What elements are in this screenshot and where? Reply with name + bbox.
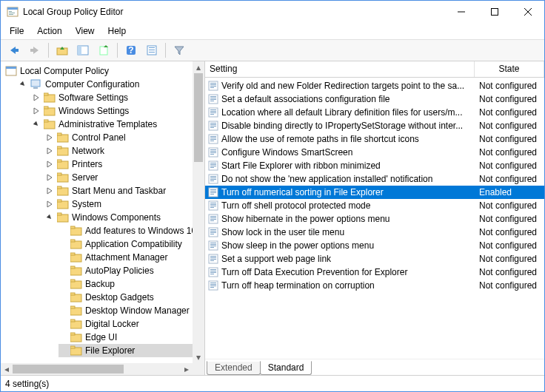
setting-row[interactable]: Turn off numerical sorting in File Explo… bbox=[205, 186, 544, 199]
menu-help[interactable]: Help bbox=[102, 24, 133, 38]
minimize-button[interactable] bbox=[444, 1, 478, 23]
menu-action[interactable]: Action bbox=[31, 24, 67, 38]
tree-item[interactable]: Attachment Manager bbox=[58, 251, 193, 264]
tree-vertical-scrollbar[interactable]: ▴ ▾ bbox=[193, 61, 204, 363]
setting-row[interactable]: Do not show the 'new application install… bbox=[205, 172, 544, 186]
svg-rect-154 bbox=[210, 272, 216, 273]
show-hide-tree-button[interactable] bbox=[74, 42, 92, 58]
tree-root[interactable]: Local Computer Policy bbox=[5, 64, 193, 78]
maximize-button[interactable] bbox=[478, 1, 511, 23]
svg-rect-93 bbox=[210, 111, 216, 112]
tab-extended[interactable]: Extended bbox=[207, 361, 261, 375]
setting-row[interactable]: Verify old and new Folder Redirection ta… bbox=[205, 79, 544, 92]
expand-icon[interactable] bbox=[45, 173, 54, 182]
svg-rect-87 bbox=[210, 96, 216, 97]
filter-button[interactable] bbox=[170, 42, 188, 58]
up-folder-button[interactable] bbox=[53, 42, 71, 58]
tree-item[interactable]: Printers bbox=[45, 158, 193, 171]
tree-item[interactable]: Desktop Gadgets bbox=[58, 291, 193, 304]
tree-item[interactable]: Network bbox=[45, 144, 193, 158]
scroll-up-button[interactable]: ▴ bbox=[193, 61, 204, 73]
tree-item[interactable]: Add features to Windows 10 bbox=[58, 224, 193, 237]
scroll-right-button[interactable]: ▸ bbox=[181, 363, 193, 375]
tree-item[interactable]: Application Compatibility bbox=[58, 237, 193, 251]
expand-icon[interactable] bbox=[45, 160, 54, 169]
tree-software-settings[interactable]: Software Settings bbox=[32, 91, 193, 104]
settings-list[interactable]: Verify old and new Folder Redirection ta… bbox=[205, 78, 544, 359]
tree-item[interactable]: Digital Locker bbox=[58, 317, 193, 331]
collapse-icon[interactable] bbox=[45, 213, 54, 222]
tree-item[interactable]: AutoPlay Policies bbox=[58, 264, 193, 277]
tree-item[interactable]: File Explorer bbox=[58, 344, 193, 357]
svg-rect-158 bbox=[210, 284, 216, 285]
tab-standard[interactable]: Standard bbox=[260, 361, 312, 375]
back-button[interactable] bbox=[5, 42, 23, 58]
tree-item[interactable]: Desktop Window Manager bbox=[58, 304, 193, 317]
setting-row[interactable]: Turn off heap termination on corruptionN… bbox=[205, 279, 544, 292]
expand-icon[interactable] bbox=[45, 146, 54, 155]
expand-spacer bbox=[58, 346, 67, 355]
close-button[interactable] bbox=[511, 1, 544, 23]
menu-view[interactable]: View bbox=[70, 24, 101, 38]
forward-button[interactable] bbox=[26, 42, 44, 58]
svg-marker-46 bbox=[47, 161, 52, 167]
scroll-left-button[interactable]: ◂ bbox=[1, 363, 13, 375]
tree-item[interactable]: Server bbox=[45, 171, 193, 184]
setting-row[interactable]: Set a default associations configuration… bbox=[205, 92, 544, 106]
svg-rect-140 bbox=[210, 234, 214, 234]
tree-item[interactable]: Control Panel bbox=[45, 131, 193, 144]
properties-button[interactable] bbox=[143, 42, 161, 58]
setting-row[interactable]: Configure Windows SmartScreenNot configu… bbox=[205, 146, 544, 159]
setting-row[interactable]: Show sleep in the power options menuNot … bbox=[205, 239, 544, 252]
setting-row[interactable]: Turn off shell protocol protected modeNo… bbox=[205, 199, 544, 212]
svg-rect-16 bbox=[78, 46, 81, 55]
scroll-thumb[interactable] bbox=[13, 365, 124, 374]
tree-item[interactable]: Windows Components bbox=[45, 211, 193, 224]
expand-spacer bbox=[58, 226, 67, 235]
setting-state: Not configured bbox=[475, 160, 544, 171]
expand-icon[interactable] bbox=[45, 200, 54, 209]
tree-label: Backup bbox=[85, 279, 115, 289]
scroll-thumb[interactable] bbox=[194, 73, 203, 162]
policy-tree[interactable]: Local Computer Policy Computer Configura… bbox=[5, 64, 193, 357]
separator bbox=[165, 43, 166, 58]
setting-row[interactable]: Location where all default Library defin… bbox=[205, 106, 544, 119]
policy-icon bbox=[208, 107, 218, 118]
svg-rect-128 bbox=[210, 204, 216, 205]
setting-row[interactable]: Show lock in the user tile menuNot confi… bbox=[205, 226, 544, 239]
tree-windows-settings[interactable]: Windows Settings bbox=[32, 104, 193, 118]
tree-item[interactable]: Backup bbox=[58, 277, 193, 291]
tree-item[interactable]: System bbox=[45, 197, 193, 211]
tree-item[interactable]: Start Menu and Taskbar bbox=[45, 184, 193, 197]
expand-icon[interactable] bbox=[45, 133, 54, 142]
setting-row[interactable]: Turn off Data Execution Prevention for E… bbox=[205, 266, 544, 279]
help-button[interactable]: ? bbox=[122, 42, 140, 58]
setting-row[interactable]: Allow the use of remote paths in file sh… bbox=[205, 132, 544, 146]
collapse-icon[interactable] bbox=[19, 80, 27, 89]
tree-item[interactable]: Edge UI bbox=[58, 331, 193, 344]
setting-state: Not configured bbox=[475, 107, 544, 118]
svg-rect-54 bbox=[57, 186, 61, 189]
expand-icon[interactable] bbox=[45, 186, 54, 195]
folder-icon bbox=[70, 345, 82, 356]
tree-horizontal-scrollbar[interactable]: ◂ ▸ bbox=[1, 363, 193, 375]
setting-label: Do not show the 'new application install… bbox=[221, 174, 475, 184]
expand-icon[interactable] bbox=[32, 107, 41, 115]
export-list-button[interactable] bbox=[95, 42, 113, 58]
setting-state: Not configured bbox=[475, 280, 544, 291]
column-setting[interactable]: Setting bbox=[205, 61, 475, 77]
setting-row[interactable]: Set a support web page linkNot configure… bbox=[205, 252, 544, 266]
setting-row[interactable]: Disable binding directly to IPropertySet… bbox=[205, 119, 544, 132]
menu-file[interactable]: File bbox=[4, 24, 30, 38]
collapse-icon[interactable] bbox=[32, 120, 41, 129]
scroll-down-button[interactable]: ▾ bbox=[193, 351, 204, 363]
setting-label: Set a support web page link bbox=[221, 254, 475, 264]
expand-icon[interactable] bbox=[32, 93, 41, 102]
svg-marker-40 bbox=[47, 135, 52, 141]
tree-scroll-area[interactable]: Local Computer Policy Computer Configura… bbox=[1, 61, 193, 363]
setting-row[interactable]: Start File Explorer with ribbon minimize… bbox=[205, 159, 544, 172]
tree-admin-templates[interactable]: Administrative Templates bbox=[32, 118, 193, 131]
column-state[interactable]: State bbox=[475, 61, 544, 77]
tree-computer-config[interactable]: Computer Configuration bbox=[19, 78, 193, 91]
setting-row[interactable]: Show hibernate in the power options menu… bbox=[205, 212, 544, 226]
